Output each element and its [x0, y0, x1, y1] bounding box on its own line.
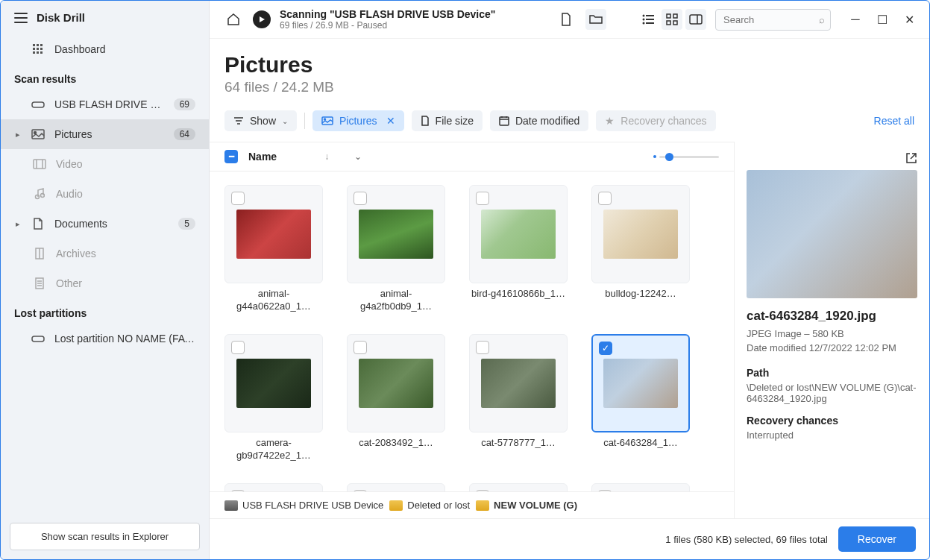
file-card[interactable]: animal-g44a0622a0_1…: [224, 185, 323, 313]
pictures-badge: 64: [174, 128, 195, 140]
star-icon: ★: [605, 115, 615, 127]
file-icon: [421, 116, 430, 126]
status-text: 1 files (580 KB) selected, 69 files tota…: [665, 534, 828, 545]
folder-icon[interactable]: [585, 9, 606, 30]
chevron-right-icon: ▸: [14, 219, 22, 229]
popout-icon[interactable]: [905, 152, 917, 164]
search-input[interactable]: [715, 9, 831, 31]
sidebar-item-documents[interactable]: ▸ Documents 5: [1, 209, 209, 239]
file-checkbox[interactable]: ✓: [599, 342, 612, 355]
show-filter[interactable]: Show ⌄: [224, 110, 297, 131]
grid-view-icon[interactable]: [662, 9, 682, 30]
file-checkbox[interactable]: [231, 490, 245, 491]
svg-rect-41: [500, 117, 509, 125]
panel-view-icon[interactable]: [685, 9, 706, 30]
column-name[interactable]: Name: [248, 151, 277, 163]
breadcrumb-drive[interactable]: USB FLASH DRIVE USB Device: [224, 500, 383, 511]
folder-icon: [476, 500, 489, 511]
file-checkbox[interactable]: [354, 490, 367, 491]
minimize-button[interactable]: ─: [849, 13, 862, 26]
file-card[interactable]: camera-gb9d7422e2_1…: [224, 334, 323, 462]
file-checkbox[interactable]: [231, 341, 245, 354]
svg-rect-5: [40, 48, 43, 50]
thumbnail-image: [603, 210, 678, 259]
sidebar-item-dashboard[interactable]: Dashboard: [1, 34, 209, 64]
recovery-filter[interactable]: ★ Recovery chances: [596, 110, 715, 131]
video-icon: [32, 157, 47, 172]
expand-icon[interactable]: ⌄: [354, 151, 362, 162]
details-path: \Deleted or lost\NEW VOLUME (G)\cat-6463…: [747, 382, 917, 404]
svg-rect-34: [690, 15, 702, 24]
file-checkbox[interactable]: [598, 490, 612, 491]
file-card[interactable]: ✓cat-6463284_1…: [591, 334, 690, 462]
file-card[interactable]: [591, 483, 690, 491]
file-card[interactable]: [224, 483, 323, 491]
sidebar-item-drive[interactable]: USB FLASH DRIVE USB D… 69: [1, 89, 209, 119]
hamburger-icon[interactable]: [14, 13, 28, 23]
svg-rect-33: [673, 21, 677, 25]
file-checkbox[interactable]: [354, 192, 367, 205]
toolbar: Scanning "USB FLASH DRIVE USB Device" 69…: [210, 1, 929, 39]
sidebar-item-other[interactable]: Other: [1, 268, 209, 298]
grid-icon: [31, 42, 45, 57]
file-checkbox[interactable]: [354, 341, 367, 354]
breadcrumb: USB FLASH DRIVE USB Device Deleted or lo…: [210, 491, 734, 518]
svg-point-26: [643, 19, 645, 21]
details-recovery: Interrupted: [747, 430, 917, 441]
image-icon: [31, 127, 45, 142]
file-name: cat-2083492_1…: [359, 437, 433, 450]
details-path-heading: Path: [747, 367, 917, 379]
sidebar-item-lost-partition[interactable]: Lost partition NO NAME (FAT…: [1, 324, 209, 353]
file-icon[interactable]: [556, 9, 576, 30]
home-icon[interactable]: [223, 9, 244, 30]
remove-filter-icon[interactable]: ✕: [383, 115, 395, 127]
details-panel: cat-6463284_1920.jpg JPEG Image – 580 KB…: [734, 142, 929, 518]
file-name: animal-g4a2fb0db9_1…: [348, 288, 444, 313]
file-card[interactable]: bird-g41610866b_1…: [469, 185, 568, 313]
zoom-slider[interactable]: [653, 155, 719, 158]
recover-button[interactable]: Recover: [838, 526, 916, 552]
file-card[interactable]: [469, 483, 568, 491]
thumbnail-image: [236, 359, 311, 408]
breadcrumb-folder-1[interactable]: Deleted or lost: [389, 500, 470, 511]
show-in-explorer-button[interactable]: Show scan results in Explorer: [10, 523, 200, 550]
file-card[interactable]: cat-2083492_1…: [347, 334, 445, 462]
calendar-icon: [499, 116, 509, 126]
play-button[interactable]: [253, 10, 271, 28]
file-name: animal-g44a0622a0_1…: [226, 288, 321, 313]
page-subtitle: 64 files / 24.2 MB: [224, 79, 914, 95]
svg-rect-29: [646, 22, 654, 24]
sidebar-item-pictures[interactable]: ▸ Pictures 64: [1, 119, 209, 149]
file-card[interactable]: cat-5778777_1…: [469, 334, 568, 462]
file-checkbox[interactable]: [598, 192, 612, 205]
reset-all-link[interactable]: Reset all: [874, 115, 914, 127]
file-checkbox[interactable]: [231, 192, 245, 205]
file-card[interactable]: animal-g4a2fb0db9_1…: [347, 185, 445, 313]
sidebar-item-video[interactable]: Video: [1, 149, 209, 179]
filesize-filter[interactable]: File size: [412, 110, 483, 131]
file-checkbox[interactable]: [476, 341, 489, 354]
svg-rect-7: [37, 51, 39, 54]
archive-icon: [32, 246, 47, 261]
filter-icon: [233, 116, 244, 125]
sort-arrow-icon[interactable]: ↓: [324, 151, 329, 162]
svg-rect-30: [667, 14, 670, 18]
breadcrumb-folder-2[interactable]: NEW VOLUME (G): [476, 500, 577, 511]
master-checkbox[interactable]: ━: [224, 150, 238, 163]
file-checkbox[interactable]: [476, 192, 489, 205]
show-label: Show: [250, 115, 276, 127]
file-checkbox[interactable]: [476, 490, 489, 491]
file-card[interactable]: [347, 483, 445, 491]
sidebar-item-archives[interactable]: Archives: [1, 239, 209, 268]
pictures-filter[interactable]: Pictures ✕: [312, 110, 404, 131]
svg-point-16: [41, 194, 45, 198]
sidebar-item-audio[interactable]: Audio: [1, 179, 209, 209]
audio-icon: [32, 186, 47, 201]
svg-point-15: [36, 195, 40, 199]
search-icon: ⌕: [819, 14, 825, 25]
maximize-button[interactable]: ☐: [876, 13, 889, 26]
file-card[interactable]: bulldog-12242…: [591, 185, 690, 313]
date-filter[interactable]: Date modified: [490, 110, 588, 131]
close-button[interactable]: ✕: [902, 13, 916, 26]
list-view-icon[interactable]: [638, 9, 659, 30]
